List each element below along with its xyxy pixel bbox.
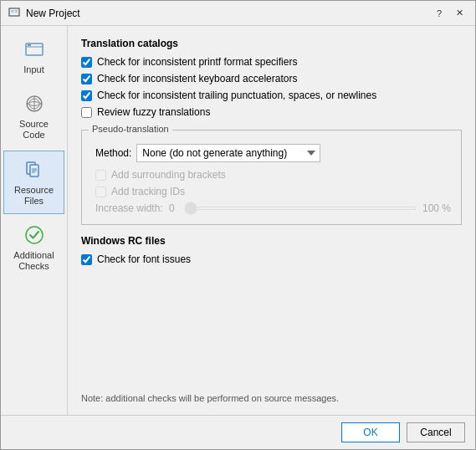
printf-checkbox[interactable]: [81, 57, 92, 68]
keyboard-check-row: Check for inconsistent keyboard accelera…: [81, 73, 462, 84]
sidebar-item-resource-files[interactable]: Resource Files: [3, 151, 64, 214]
fuzzy-check-row: Review fuzzy translations: [81, 106, 462, 118]
method-row: Method: None (do not generate anything) …: [92, 144, 451, 162]
window-icon: [8, 7, 21, 20]
note-text: Note: additional checks will be performe…: [81, 386, 462, 403]
translation-catalogs-title: Translation catalogs: [81, 38, 462, 49]
sidebar-item-input[interactable]: Input: [3, 30, 64, 83]
svg-rect-3: [15, 12, 18, 13]
sidebar: Input Source Code: [1, 26, 68, 415]
tracking-checkbox: [95, 187, 106, 197]
fuzzy-checkbox[interactable]: [81, 107, 92, 118]
footer: OK Cancel: [1, 415, 475, 449]
sidebar-item-additional-checks[interactable]: Additional Checks: [3, 216, 64, 279]
svg-rect-1: [11, 10, 14, 13]
svg-rect-2: [15, 10, 18, 11]
sidebar-item-source-code[interactable]: Source Code: [3, 84, 64, 148]
input-icon: [23, 38, 46, 61]
main-panel: Translation catalogs Check for inconsist…: [68, 26, 475, 415]
close-button[interactable]: ✕: [450, 4, 468, 23]
punctuation-label[interactable]: Check for inconsistent trailing punctuat…: [97, 89, 376, 101]
width-slider: [184, 207, 417, 210]
content-area: Input Source Code: [1, 26, 475, 415]
method-select[interactable]: None (do not generate anything) Brackets…: [136, 144, 320, 162]
titlebar: New Project ? ✕: [1, 1, 475, 26]
tracking-check-row: Add tracking IDs: [92, 186, 451, 197]
windows-rc-section: Windows RC files Check for font issues: [81, 235, 462, 270]
sidebar-checks-label: Additional Checks: [8, 250, 60, 272]
titlebar-controls: ? ✕: [430, 4, 468, 23]
additional-checks-icon: [23, 223, 46, 247]
brackets-checkbox: [95, 170, 106, 181]
pseudo-translation-label: Pseudo-translation: [89, 124, 172, 134]
punctuation-check-row: Check for inconsistent trailing punctuat…: [81, 89, 462, 101]
translation-catalogs-section: Translation catalogs Check for inconsist…: [81, 38, 462, 123]
help-button[interactable]: ?: [430, 4, 448, 23]
sidebar-source-label: Source Code: [8, 119, 60, 141]
font-checkbox[interactable]: [81, 254, 92, 265]
printf-check-row: Check for inconsistent printf format spe…: [81, 56, 462, 68]
new-project-window: New Project ? ✕ Input: [0, 0, 476, 450]
brackets-label: Add surrounding brackets: [111, 169, 226, 181]
svg-point-15: [26, 227, 43, 243]
printf-label[interactable]: Check for inconsistent printf format spe…: [97, 56, 297, 68]
source-code-icon: [23, 92, 46, 115]
sidebar-resource-label: Resource Files: [8, 185, 60, 207]
method-label: Method:: [95, 147, 131, 159]
windows-rc-title: Windows RC files: [81, 235, 462, 247]
font-check-row: Check for font issues: [81, 253, 462, 265]
sidebar-input-label: Input: [23, 64, 44, 75]
keyboard-checkbox[interactable]: [81, 74, 92, 84]
width-label: Increase width: 0: [95, 202, 179, 214]
svg-rect-6: [28, 44, 31, 46]
width-slider-row: Increase width: 0 100 %: [92, 202, 451, 214]
cancel-button[interactable]: Cancel: [407, 422, 465, 442]
resource-files-icon: [23, 158, 46, 182]
ok-button[interactable]: OK: [341, 422, 400, 442]
font-label[interactable]: Check for font issues: [97, 253, 191, 265]
width-max-label: 100 %: [422, 202, 451, 214]
fuzzy-label[interactable]: Review fuzzy translations: [97, 106, 210, 118]
keyboard-label[interactable]: Check for inconsistent keyboard accelera…: [97, 73, 297, 84]
brackets-check-row: Add surrounding brackets: [92, 169, 451, 181]
tracking-label: Add tracking IDs: [111, 186, 185, 197]
window-title: New Project: [26, 8, 430, 19]
punctuation-checkbox[interactable]: [81, 90, 92, 101]
spacer: [81, 270, 462, 386]
pseudo-translation-group: Pseudo-translation Method: None (do not …: [81, 130, 462, 225]
